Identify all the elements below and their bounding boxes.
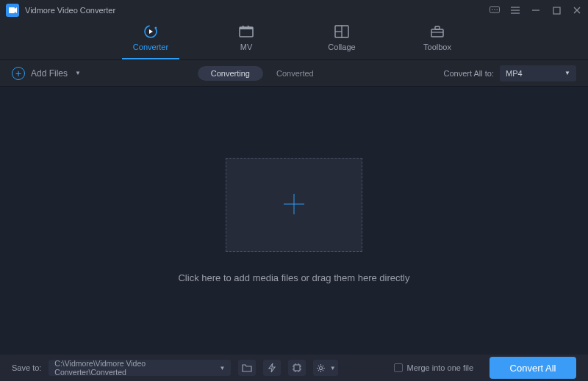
- hardware-accel-button[interactable]: [263, 360, 281, 376]
- svg-rect-14: [240, 27, 253, 29]
- nav-label: Collage: [328, 43, 355, 51]
- minimize-icon[interactable]: [531, 5, 541, 15]
- save-path-value: C:\Vidmore\Vidmore Video Converter\Conve…: [54, 359, 218, 377]
- app-title: Vidmore Video Converter: [25, 6, 115, 15]
- merge-checkbox[interactable]: Merge into one file: [394, 363, 474, 372]
- converter-icon: [143, 24, 159, 39]
- plus-icon: [281, 191, 307, 219]
- tab-converter[interactable]: Converter: [122, 24, 179, 59]
- status-segment: Converting Converted: [198, 66, 327, 81]
- gpu-button[interactable]: [288, 360, 306, 376]
- save-to-label: Save to:: [12, 363, 41, 372]
- chevron-down-icon: ▼: [330, 365, 336, 371]
- drop-text: Click here to add media files or drag th…: [178, 272, 409, 283]
- chevron-down-icon: ▼: [75, 70, 81, 76]
- convert-all-button[interactable]: Convert All: [490, 357, 576, 379]
- save-path-select[interactable]: C:\Vidmore\Vidmore Video Converter\Conve…: [49, 360, 231, 376]
- collage-icon: [334, 24, 350, 39]
- svg-point-3: [494, 9, 495, 10]
- tab-collage[interactable]: Collage: [313, 24, 370, 59]
- titlebar: Vidmore Video Converter: [0, 0, 588, 21]
- nav-label: Toolbox: [423, 43, 451, 51]
- footer: Save to: C:\Vidmore\Vidmore Video Conver…: [0, 355, 588, 381]
- nav-label: Converter: [133, 43, 168, 51]
- dropzone[interactable]: [226, 158, 362, 252]
- nav-label: MV: [240, 43, 253, 51]
- feedback-icon[interactable]: [490, 5, 500, 15]
- app-logo: [6, 4, 19, 17]
- main-nav: Converter MV Collage Toolbox: [0, 21, 588, 60]
- settings-button[interactable]: ▼: [313, 360, 338, 376]
- maximize-icon[interactable]: [551, 5, 562, 15]
- convert-all-label: Convert All to:: [444, 69, 494, 78]
- svg-point-4: [497, 9, 498, 10]
- tab-converted[interactable]: Converted: [263, 66, 327, 81]
- menu-icon[interactable]: [510, 5, 520, 15]
- svg-rect-0: [9, 7, 15, 13]
- format-select[interactable]: MP4 ▼: [500, 65, 576, 81]
- checkbox-icon: [394, 363, 403, 372]
- add-files-button[interactable]: + Add Files ▼: [12, 67, 81, 80]
- window-controls: [490, 5, 582, 15]
- chevron-down-icon: ▼: [564, 70, 570, 76]
- open-folder-button[interactable]: [238, 360, 256, 376]
- svg-rect-9: [553, 7, 560, 14]
- merge-label: Merge into one file: [407, 363, 474, 372]
- svg-rect-23: [294, 365, 300, 371]
- toolbar: + Add Files ▼ Converting Converted Conve…: [0, 60, 588, 87]
- workspace: Click here to add media files or drag th…: [0, 87, 588, 355]
- format-value: MP4: [506, 69, 523, 78]
- mv-icon: [238, 24, 254, 39]
- tab-converting[interactable]: Converting: [198, 66, 263, 81]
- plus-circle-icon: +: [12, 67, 25, 80]
- close-icon[interactable]: [572, 5, 582, 15]
- chevron-down-icon: ▼: [219, 365, 225, 371]
- tab-mv[interactable]: MV: [218, 24, 275, 59]
- svg-point-2: [492, 9, 492, 10]
- convert-all-to: Convert All to: MP4 ▼: [444, 65, 576, 81]
- svg-point-32: [320, 366, 323, 369]
- svg-rect-19: [435, 26, 440, 29]
- svg-rect-18: [431, 29, 443, 37]
- add-files-label: Add Files: [31, 68, 68, 79]
- tab-toolbox[interactable]: Toolbox: [409, 24, 466, 59]
- toolbox-icon: [429, 24, 445, 39]
